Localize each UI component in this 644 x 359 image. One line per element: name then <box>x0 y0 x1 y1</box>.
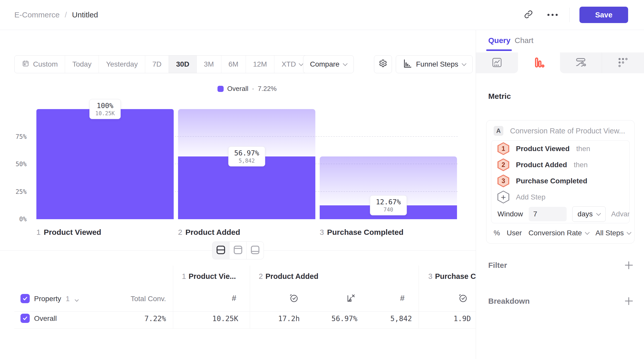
breadcrumb: E-Commerce / Untitled <box>14 10 98 19</box>
table-group-step3: 3Purchase C <box>428 272 476 281</box>
share-link-button[interactable] <box>521 8 536 22</box>
analysis-type-insights[interactable] <box>476 52 518 73</box>
chevron-down-icon <box>585 230 589 235</box>
row-label[interactable]: Overall <box>34 314 57 323</box>
add-breakdown-icon[interactable] <box>625 297 633 305</box>
chevron-down-icon <box>343 61 347 66</box>
measure-scope-dropdown[interactable]: All Steps <box>596 229 631 237</box>
y-axis-tick-label: 25% <box>16 188 27 195</box>
report-toolbar: CustomTodayYesterday7D30D3M6M12MXTD Comp… <box>14 56 476 73</box>
bar-value-label: 56.97%5,842 <box>228 146 265 166</box>
calendar-icon <box>22 60 29 69</box>
row-checkbox[interactable] <box>20 314 30 323</box>
table-row-border <box>14 328 476 329</box>
compare-label: Compare <box>310 60 339 68</box>
date-range-today[interactable]: Today <box>65 56 99 73</box>
cell-step1-count: 10.25K <box>182 314 238 323</box>
select-all-checkbox[interactable] <box>20 294 30 303</box>
date-range-custom[interactable]: Custom <box>15 56 65 73</box>
view-toggle-group <box>212 241 264 259</box>
breakdown-section: Breakdown <box>488 293 633 309</box>
analysis-type-flows[interactable] <box>560 52 602 73</box>
chart-settings-button[interactable] <box>374 55 392 73</box>
date-range-3m[interactable]: 3M <box>197 56 221 73</box>
tab-query[interactable]: Query <box>488 36 511 45</box>
time-to-convert-icon[interactable] <box>289 293 299 304</box>
add-step-button[interactable]: + Add Step <box>491 189 629 205</box>
measure-type-dropdown[interactable]: Conversion Rate <box>528 229 589 237</box>
step-number-hex-icon: 3 <box>497 175 509 187</box>
cell-step2-count: 5,842 <box>371 314 412 323</box>
window-value-input[interactable] <box>529 207 567 221</box>
insights-icon <box>491 57 503 69</box>
breadcrumb-report-title[interactable]: Untitled <box>72 10 98 19</box>
view-toggle-chart-only[interactable] <box>230 242 247 259</box>
breadcrumb-project[interactable]: E-Commerce <box>14 10 60 19</box>
funnel-step-axis-label[interactable]: 3Purchase Completed <box>320 228 403 237</box>
funnel-bar[interactable] <box>36 109 174 219</box>
funnels-icon <box>533 57 545 69</box>
funnel-steps-icon <box>403 59 412 70</box>
advanced-dropdown[interactable]: Advanced <box>611 210 630 218</box>
ellipsis-icon <box>547 14 558 16</box>
analysis-type-funnels[interactable] <box>518 52 560 73</box>
y-axis-tick-label: 75% <box>16 133 27 140</box>
step-number-hex-icon: 2 <box>497 159 509 171</box>
window-label: Window <box>497 210 523 218</box>
y-axis-tick-label: 50% <box>16 161 27 168</box>
table-group-step1: 1Product Vie... <box>182 272 236 281</box>
date-range-group: CustomTodayYesterday7D30D3M6M12MXTD <box>14 55 310 73</box>
table-view-icon <box>250 245 260 256</box>
legend-separator: · <box>252 85 254 93</box>
chevron-down-icon <box>462 61 466 66</box>
chart-legend[interactable]: Overall · 7.22% <box>36 85 458 93</box>
total-conv-header[interactable]: Total Conv. <box>110 295 166 303</box>
metric-step-row[interactable]: 3Purchase Completed <box>491 173 629 189</box>
metric-title-row[interactable]: A Conversion Rate of Product View... <box>494 126 625 136</box>
date-range-30d[interactable]: 30D <box>169 56 196 73</box>
tab-chart[interactable]: Chart <box>515 36 533 45</box>
filter-section: Filter <box>488 258 633 273</box>
count-metric-icon[interactable]: # <box>232 294 236 303</box>
compare-button[interactable]: Compare <box>303 55 354 73</box>
property-header[interactable]: Property 1 <box>34 295 78 303</box>
date-range-yesterday[interactable]: Yesterday <box>99 56 145 73</box>
table-row-border <box>14 311 476 312</box>
save-button[interactable]: Save <box>579 7 628 23</box>
measurement-row: % User Conversion Rate All Steps <box>494 229 631 237</box>
gear-icon <box>379 59 387 70</box>
view-toggle-table-only[interactable] <box>247 242 264 259</box>
chart-type-selector[interactable]: Funnel Steps <box>396 55 473 73</box>
table-column-divider <box>419 266 419 328</box>
more-options-button[interactable] <box>545 8 560 22</box>
flows-icon <box>575 57 587 69</box>
query-panel: Query Chart <box>476 30 644 359</box>
metric-step-row[interactable]: 1Product Viewedthen <box>491 141 629 157</box>
report-main-pane: CustomTodayYesterday7D30D3M6M12MXTD Comp… <box>0 30 476 359</box>
view-toggle-split[interactable] <box>212 242 230 259</box>
funnel-step-axis-label[interactable]: 2Product Added <box>178 228 240 237</box>
cell-total-conv: 7.22% <box>110 314 166 323</box>
split-view-icon <box>216 245 226 256</box>
window-unit-dropdown[interactable]: days <box>572 206 606 222</box>
add-filter-icon[interactable] <box>625 261 633 269</box>
breadcrumb-separator: / <box>65 10 67 19</box>
conversion-rate-icon[interactable] <box>346 293 356 304</box>
metric-section-heading: Metric <box>488 92 511 101</box>
funnel-step-axis-label[interactable]: 1Product Viewed <box>36 228 101 237</box>
count-metric-icon[interactable]: # <box>400 294 404 303</box>
date-range-6m[interactable]: 6M <box>221 56 246 73</box>
metric-badge: A <box>494 126 503 136</box>
funnel-y-axis: 0%25%50%75% <box>0 109 30 219</box>
add-step-hex-icon: + <box>497 191 509 204</box>
date-range-12m[interactable]: 12M <box>246 56 274 73</box>
bar-value-label: 100%10.25K <box>89 99 121 119</box>
time-to-convert-icon[interactable] <box>458 293 468 304</box>
percent-icon: % <box>494 229 500 237</box>
metric-step-row[interactable]: 2Product Addedthen <box>491 157 629 173</box>
measure-entity[interactable]: User <box>507 229 522 237</box>
date-range-7d[interactable]: 7D <box>145 56 169 73</box>
top-bar: E-Commerce / Untitled Save <box>0 0 644 30</box>
analysis-type-retention[interactable] <box>602 52 644 73</box>
legend-series-label: Overall <box>227 85 248 93</box>
